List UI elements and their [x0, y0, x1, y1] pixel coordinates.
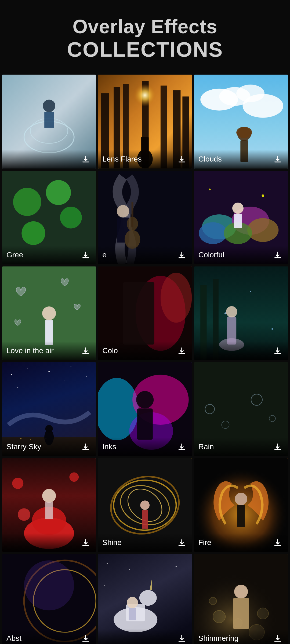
item-name: Abst	[6, 634, 80, 643]
item-footer: e	[98, 246, 192, 264]
download-button[interactable]	[272, 441, 284, 453]
grid-item-fairy-forest[interactable]	[194, 266, 288, 360]
svg-rect-65	[123, 282, 154, 345]
svg-rect-4	[44, 112, 54, 128]
item-name: Lens Flares	[102, 155, 176, 164]
item-name: Clouds	[198, 155, 272, 164]
item-name: Gree	[6, 250, 80, 259]
svg-point-85	[17, 387, 18, 388]
grid-item-inks[interactable]: Inks	[98, 362, 192, 456]
grid-item-color-smoke[interactable]: Colo	[98, 266, 192, 360]
download-button[interactable]	[176, 632, 188, 644]
svg-point-47	[199, 222, 227, 244]
download-button[interactable]	[272, 249, 284, 261]
grid-item-green-balloons[interactable]: Gree	[2, 171, 96, 264]
item-footer: Love in the air	[2, 341, 96, 360]
header-title: Overlay Effects	[5, 16, 285, 37]
download-button[interactable]	[80, 345, 92, 357]
grid-item-lens-flares[interactable]: Lens Flares	[98, 75, 192, 168]
svg-point-142	[107, 563, 108, 564]
grid-item-clouds[interactable]: Clouds	[194, 75, 288, 168]
item-name: Colorful	[198, 250, 272, 259]
grid-item-rose-dress[interactable]	[2, 458, 96, 552]
svg-point-24	[236, 85, 264, 102]
svg-point-31	[13, 188, 41, 216]
grid-item-fire[interactable]: Fire	[194, 458, 288, 552]
svg-point-81	[27, 368, 27, 369]
item-name: Starry Sky	[6, 442, 80, 451]
item-footer: Starry Sky	[2, 437, 96, 456]
svg-point-138	[24, 560, 74, 610]
svg-point-155	[213, 610, 226, 623]
svg-point-160	[234, 585, 248, 598]
svg-rect-150	[129, 608, 136, 620]
svg-rect-42	[132, 202, 133, 227]
grid-item-abstract[interactable]: Abst	[2, 554, 96, 644]
item-footer	[98, 629, 192, 644]
grid-item-shimmering[interactable]: Shimmering	[194, 554, 288, 644]
svg-rect-75	[227, 316, 236, 345]
download-button[interactable]	[176, 537, 188, 548]
svg-point-84	[86, 376, 87, 376]
header-subtitle: COLLECTIONS	[5, 37, 285, 62]
svg-point-34	[21, 221, 45, 245]
svg-point-58	[42, 306, 56, 320]
item-footer: Fire	[194, 533, 288, 552]
svg-point-157	[257, 608, 269, 619]
item-name: Inks	[102, 442, 176, 451]
svg-point-125	[140, 500, 150, 510]
download-button[interactable]	[272, 537, 284, 548]
svg-point-143	[129, 569, 130, 570]
grid-item-starry-sky[interactable]: Starry Sky	[2, 362, 96, 456]
grid-item-water-horse[interactable]	[2, 75, 96, 168]
svg-rect-117	[45, 502, 53, 519]
svg-point-144	[176, 566, 177, 567]
svg-point-38	[117, 205, 129, 218]
grid-item-rain[interactable]: Rain	[194, 362, 288, 456]
item-name: Love in the air	[6, 346, 80, 355]
svg-rect-100	[137, 409, 153, 440]
svg-point-72	[250, 291, 251, 292]
download-button[interactable]	[272, 632, 284, 644]
item-name: Shimmering	[198, 634, 272, 643]
grid-item-unicorn[interactable]	[98, 554, 192, 644]
grid-item-guitar-smoke[interactable]: e	[98, 171, 192, 264]
svg-point-149	[127, 597, 138, 608]
download-button[interactable]	[80, 441, 92, 453]
download-button[interactable]	[80, 537, 92, 548]
svg-point-116	[42, 489, 56, 503]
download-button[interactable]	[176, 249, 188, 261]
grid-item-love-in-air[interactable]: Love in the air	[2, 266, 96, 360]
svg-rect-54	[234, 214, 242, 228]
download-button[interactable]	[176, 153, 188, 165]
download-button[interactable]	[272, 345, 284, 357]
svg-rect-161	[233, 598, 249, 629]
svg-point-83	[70, 367, 71, 367]
svg-point-113	[18, 508, 30, 521]
download-button[interactable]	[80, 249, 92, 261]
grid-item-colorful[interactable]: Colorful	[194, 171, 288, 264]
svg-point-15	[126, 84, 164, 122]
item-footer: Abst	[2, 629, 96, 644]
svg-point-64	[161, 273, 192, 323]
svg-point-76	[226, 306, 237, 317]
item-name: e	[102, 250, 176, 259]
item-footer: Inks	[98, 437, 192, 456]
effects-grid: Lens Flares	[0, 72, 290, 644]
svg-point-159	[209, 597, 217, 605]
item-footer	[2, 533, 96, 552]
item-footer: Colorful	[194, 246, 288, 264]
download-button[interactable]	[80, 153, 92, 165]
svg-point-3	[43, 100, 55, 112]
download-button[interactable]	[176, 345, 188, 357]
grid-item-shine[interactable]: Shine	[98, 458, 192, 552]
download-button[interactable]	[176, 441, 188, 453]
page-header: Overlay Effects COLLECTIONS	[0, 0, 290, 72]
download-button[interactable]	[80, 632, 92, 644]
item-footer: Lens Flares	[98, 150, 192, 169]
svg-point-111	[12, 478, 23, 489]
svg-point-131	[235, 493, 247, 505]
svg-rect-132	[237, 505, 245, 527]
svg-point-51	[262, 194, 264, 197]
download-button[interactable]	[272, 153, 284, 165]
